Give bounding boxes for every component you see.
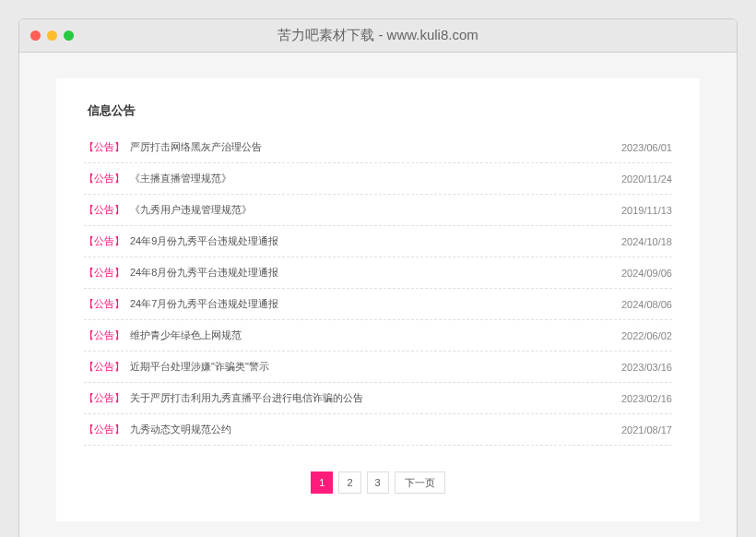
page-button-1[interactable]: 1 [311,471,333,494]
announcement-title: 九秀动态文明规范公约 [130,423,231,436]
list-item[interactable]: 【公告】《九秀用户违规管理规范》2019/11/13 [84,195,672,226]
list-item[interactable]: 【公告】九秀动态文明规范公约2021/08/17 [84,414,672,446]
announcement-date: 2024/08/06 [621,299,672,310]
list-item[interactable]: 【公告】维护青少年绿色上网规范2022/06/02 [84,320,672,352]
announcement-tag: 【公告】 [84,423,124,436]
announcement-date: 2022/06/02 [621,330,672,341]
announcement-title: 关于严厉打击利用九秀直播平台进行电信诈骗的公告 [130,391,363,405]
pagination: 123下一页 [84,471,672,494]
list-item[interactable]: 【公告】24年9月份九秀平台违规处理通报2024/10/18 [84,226,672,257]
app-window: 苦力吧素材下载 - www.kuli8.com 信息公告 【公告】严厉打击网络黑… [18,18,738,537]
announcement-title: 维护青少年绿色上网规范 [130,328,242,342]
announcement-tag: 【公告】 [84,391,124,405]
announcement-tag: 【公告】 [84,234,124,248]
content-area: 信息公告 【公告】严厉打击网络黑灰产治理公告2023/06/01【公告】《主播直… [19,53,737,537]
page-button-3[interactable]: 3 [367,471,389,494]
next-page-button[interactable]: 下一页 [395,471,445,494]
announcement-date: 2023/06/01 [621,142,672,153]
announcement-date: 2023/03/16 [621,362,672,373]
announcement-date: 2023/02/16 [621,393,672,404]
page-button-2[interactable]: 2 [338,471,360,494]
list-item-left: 【公告】24年8月份九秀平台违规处理通报 [84,266,278,280]
announcement-title: 24年8月份九秀平台违规处理通报 [130,266,278,280]
announcement-tag: 【公告】 [84,360,124,374]
announcements-list: 【公告】严厉打击网络黑灰产治理公告2023/06/01【公告】《主播直播管理规范… [84,132,672,446]
list-item-left: 【公告】24年9月份九秀平台违规处理通报 [84,234,278,248]
list-item-left: 【公告】近期平台处理涉嫌"诈骗类"警示 [84,360,269,374]
announcement-tag: 【公告】 [84,203,124,217]
list-item-left: 【公告】《九秀用户违规管理规范》 [84,203,252,217]
announcements-panel: 信息公告 【公告】严厉打击网络黑灰产治理公告2023/06/01【公告】《主播直… [56,78,700,521]
announcement-tag: 【公告】 [84,140,124,154]
titlebar: 苦力吧素材下载 - www.kuli8.com [19,19,737,53]
list-item-left: 【公告】《主播直播管理规范》 [84,172,231,185]
announcement-tag: 【公告】 [84,266,124,280]
list-item[interactable]: 【公告】24年8月份九秀平台违规处理通报2024/09/06 [84,257,672,289]
announcement-tag: 【公告】 [84,172,124,185]
announcement-title: 24年9月份九秀平台违规处理通报 [130,234,278,248]
list-item-left: 【公告】严厉打击网络黑灰产治理公告 [84,140,262,154]
list-item-left: 【公告】24年7月份九秀平台违规处理通报 [84,297,278,311]
list-item[interactable]: 【公告】近期平台处理涉嫌"诈骗类"警示2023/03/16 [84,352,672,383]
list-item-left: 【公告】维护青少年绿色上网规范 [84,328,242,342]
announcement-date: 2024/10/18 [621,236,672,247]
minimize-icon[interactable] [47,30,57,41]
panel-heading: 信息公告 [84,97,672,132]
list-item-left: 【公告】关于严厉打击利用九秀直播平台进行电信诈骗的公告 [84,391,363,405]
announcement-title: 24年7月份九秀平台违规处理通报 [130,297,278,311]
traffic-lights [30,30,74,41]
list-item[interactable]: 【公告】关于严厉打击利用九秀直播平台进行电信诈骗的公告2023/02/16 [84,383,672,414]
list-item-left: 【公告】九秀动态文明规范公约 [84,423,231,436]
announcement-date: 2024/09/06 [621,268,672,279]
announcement-date: 2020/11/24 [621,173,672,185]
announcement-tag: 【公告】 [84,328,124,342]
close-icon[interactable] [30,30,41,41]
list-item[interactable]: 【公告】24年7月份九秀平台违规处理通报2024/08/06 [84,289,672,320]
list-item[interactable]: 【公告】严厉打击网络黑灰产治理公告2023/06/01 [84,132,672,163]
list-item[interactable]: 【公告】《主播直播管理规范》2020/11/24 [84,163,672,195]
announcement-date: 2021/08/17 [621,424,672,436]
announcement-tag: 【公告】 [84,297,124,311]
announcement-date: 2019/11/13 [621,205,672,216]
window-title: 苦力吧素材下载 - www.kuli8.com [19,27,737,44]
announcement-title: 近期平台处理涉嫌"诈骗类"警示 [130,360,269,374]
announcement-title: 《九秀用户违规管理规范》 [130,203,252,217]
announcement-title: 《主播直播管理规范》 [130,172,231,185]
announcement-title: 严厉打击网络黑灰产治理公告 [130,140,262,154]
maximize-icon[interactable] [64,30,74,41]
